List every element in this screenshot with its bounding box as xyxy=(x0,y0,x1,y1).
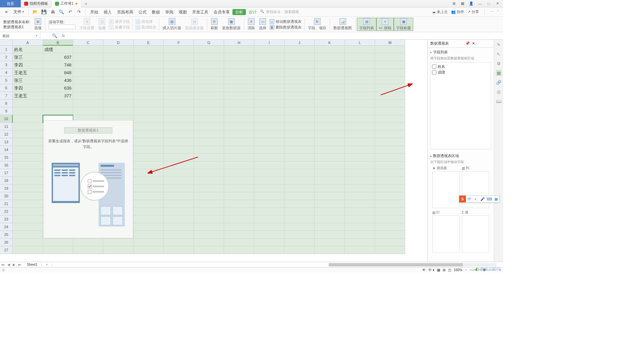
cell[interactable] xyxy=(375,77,405,84)
cell[interactable] xyxy=(345,123,375,131)
row-header[interactable]: 2 xyxy=(0,53,13,61)
search-icon[interactable]: 🔍 xyxy=(52,33,58,39)
cell[interactable] xyxy=(164,200,194,208)
field-checkbox[interactable] xyxy=(432,70,436,74)
cell[interactable] xyxy=(133,231,164,239)
cell[interactable] xyxy=(254,208,284,215)
cell[interactable] xyxy=(345,53,375,61)
cell[interactable] xyxy=(164,61,194,69)
cell[interactable] xyxy=(133,69,164,77)
cell[interactable] xyxy=(103,69,133,77)
cell[interactable] xyxy=(224,231,254,239)
ime-voice-icon[interactable]: 🎤 xyxy=(479,196,486,202)
cell[interactable] xyxy=(194,46,224,53)
scrollbar-thumb[interactable] xyxy=(329,263,463,266)
cell[interactable] xyxy=(13,123,43,131)
cell[interactable] xyxy=(375,123,405,131)
cell[interactable] xyxy=(284,215,315,223)
menu-layout[interactable]: 页面布局 xyxy=(114,7,136,17)
cell[interactable] xyxy=(224,177,254,185)
cell[interactable] xyxy=(375,115,405,123)
fields-items-button[interactable]: fx字段、项目 xyxy=(306,18,328,31)
cell[interactable] xyxy=(13,154,43,161)
cell[interactable] xyxy=(133,161,164,169)
cell[interactable] xyxy=(254,146,284,154)
undo-icon[interactable]: ↶ xyxy=(67,9,73,15)
ime-lang[interactable]: 中 xyxy=(466,196,473,202)
cell[interactable] xyxy=(315,115,345,123)
cell[interactable] xyxy=(375,192,405,200)
cell[interactable] xyxy=(164,77,194,84)
cell[interactable] xyxy=(133,115,164,123)
cell[interactable] xyxy=(224,185,254,192)
cell[interactable] xyxy=(284,169,315,177)
cell[interactable] xyxy=(103,84,133,92)
cell[interactable] xyxy=(164,131,194,138)
field-item-score[interactable]: 成绩 xyxy=(432,69,489,75)
cell[interactable] xyxy=(43,246,73,254)
cell[interactable]: 377 xyxy=(43,92,73,100)
layout-icon[interactable]: ⊞ xyxy=(450,1,458,7)
cell[interactable] xyxy=(194,131,224,138)
row-header[interactable]: 1 xyxy=(0,46,13,53)
cell[interactable] xyxy=(284,84,315,92)
clear-button[interactable]: ✕清除 xyxy=(246,18,257,31)
row-header[interactable]: 9 xyxy=(0,107,13,115)
cell[interactable] xyxy=(254,154,284,161)
cell[interactable] xyxy=(194,138,224,146)
cell[interactable] xyxy=(315,154,345,161)
view-break-icon[interactable]: ◫ xyxy=(448,268,451,272)
close-panel-icon[interactable]: ✕ xyxy=(472,41,475,45)
cell[interactable] xyxy=(284,246,315,254)
cell[interactable] xyxy=(315,231,345,239)
slicer-button[interactable]: ▤插入切片器 xyxy=(161,18,183,31)
cell[interactable] xyxy=(13,169,43,177)
cell[interactable] xyxy=(224,169,254,177)
cell[interactable] xyxy=(254,215,284,223)
settings-icon[interactable]: ⚙ xyxy=(496,60,502,66)
cell[interactable] xyxy=(345,239,375,246)
cell[interactable] xyxy=(345,154,375,161)
cell[interactable] xyxy=(254,246,284,254)
spreadsheet[interactable]: ABCDEFGHIJKLM1姓名成绩2张三6373李四7484王老五8485张三… xyxy=(0,40,427,262)
cell[interactable] xyxy=(284,208,315,215)
col-header[interactable]: B xyxy=(43,40,73,46)
cell[interactable] xyxy=(73,53,103,61)
ime-skin-icon[interactable]: ▦ xyxy=(493,196,499,202)
cell[interactable] xyxy=(254,223,284,231)
cell[interactable] xyxy=(315,100,345,107)
cell[interactable] xyxy=(194,154,224,161)
cell[interactable] xyxy=(133,100,164,107)
cell[interactable] xyxy=(133,146,164,154)
delete-pivot-button[interactable]: 🗑删除数据透视表 xyxy=(268,24,303,30)
cell[interactable] xyxy=(133,208,164,215)
cell[interactable] xyxy=(13,100,43,107)
cell[interactable] xyxy=(224,154,254,161)
cell[interactable] xyxy=(254,100,284,107)
cell[interactable] xyxy=(133,61,164,69)
cell[interactable] xyxy=(73,100,103,107)
cell[interactable] xyxy=(284,69,315,77)
share-button[interactable]: ↗分享 xyxy=(468,9,479,14)
cell[interactable] xyxy=(194,246,224,254)
cell[interactable] xyxy=(194,100,224,107)
row-header[interactable]: 7 xyxy=(0,92,13,100)
row-header[interactable]: 15 xyxy=(0,154,13,161)
cell[interactable] xyxy=(254,53,284,61)
cell[interactable] xyxy=(164,223,194,231)
cell[interactable] xyxy=(133,200,164,208)
value-area[interactable] xyxy=(462,215,489,252)
cell[interactable] xyxy=(224,200,254,208)
cell[interactable] xyxy=(164,53,194,61)
cell[interactable] xyxy=(164,92,194,100)
cell[interactable] xyxy=(164,123,194,131)
cell[interactable] xyxy=(224,53,254,61)
cell[interactable] xyxy=(254,61,284,69)
cell[interactable] xyxy=(375,100,405,107)
cell[interactable] xyxy=(194,185,224,192)
cell[interactable] xyxy=(284,231,315,239)
cell[interactable] xyxy=(284,154,315,161)
cell[interactable] xyxy=(315,77,345,84)
cell[interactable] xyxy=(345,169,375,177)
select-all-corner[interactable] xyxy=(0,40,13,46)
